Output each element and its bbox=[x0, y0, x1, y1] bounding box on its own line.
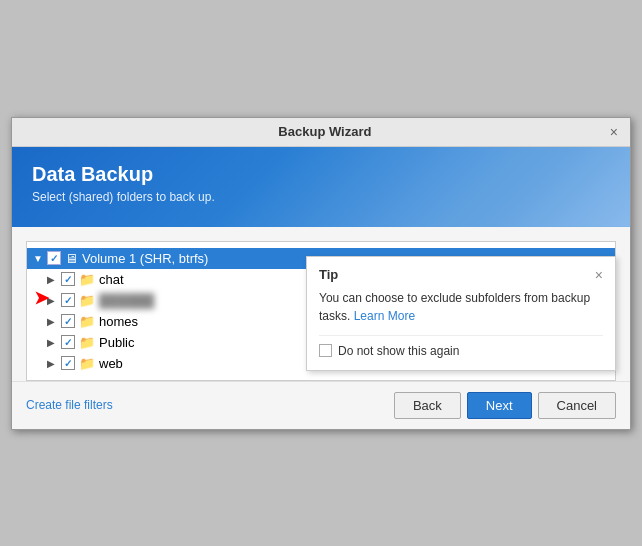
bottom-bar: Create file filters Back Next Cancel bbox=[12, 381, 630, 429]
tip-popup: Tip × You can choose to exclude subfolde… bbox=[306, 256, 616, 371]
page-subtitle: Select (shared) folders to back up. bbox=[32, 190, 610, 204]
tip-body: You can choose to exclude subfolders fro… bbox=[319, 289, 603, 325]
folder-icon-chat: 📁 bbox=[79, 272, 95, 287]
checkbox-public[interactable] bbox=[61, 335, 75, 349]
folder-name-chat: chat bbox=[99, 272, 124, 287]
tip-title: Tip bbox=[319, 267, 338, 282]
red-arrow-indicator: ➤ bbox=[34, 287, 49, 309]
no-show-checkbox[interactable] bbox=[319, 344, 332, 357]
next-button[interactable]: Next bbox=[467, 392, 532, 419]
folder-name-public: Public bbox=[99, 335, 134, 350]
checkbox-homes[interactable] bbox=[61, 314, 75, 328]
expand-arrow-chat: ▶ bbox=[47, 274, 61, 285]
volume-checkbox[interactable] bbox=[47, 251, 61, 265]
no-show-label: Do not show this again bbox=[338, 344, 459, 358]
learn-more-link[interactable]: Learn More bbox=[354, 309, 415, 323]
header-area: Data Backup Select (shared) folders to b… bbox=[12, 147, 630, 227]
folder-name-blurred: ██████ bbox=[99, 293, 154, 308]
content-area: ➤ ▼ 🖥 Volume 1 (SHR, btrfs) ▶ 📁 chat ▶ bbox=[12, 227, 630, 381]
expand-arrow-public: ▶ bbox=[47, 337, 61, 348]
expand-arrow: ▼ bbox=[33, 253, 47, 264]
folder-icon-blurred: 📁 bbox=[79, 293, 95, 308]
folder-icon-web: 📁 bbox=[79, 356, 95, 371]
backup-wizard-window: Backup Wizard × Data Backup Select (shar… bbox=[11, 117, 631, 430]
create-file-filters-link[interactable]: Create file filters bbox=[26, 398, 113, 412]
expand-arrow-blurred: ▶ bbox=[47, 295, 61, 306]
expand-arrow-homes: ▶ bbox=[47, 316, 61, 327]
bottom-buttons: Back Next Cancel bbox=[394, 392, 616, 419]
folder-icon-public: 📁 bbox=[79, 335, 95, 350]
tip-close-button[interactable]: × bbox=[595, 267, 603, 283]
tip-header: Tip × bbox=[319, 267, 603, 283]
title-bar: Backup Wizard × bbox=[12, 118, 630, 147]
expand-arrow-web: ▶ bbox=[47, 358, 61, 369]
cancel-button[interactable]: Cancel bbox=[538, 392, 616, 419]
window-title: Backup Wizard bbox=[42, 124, 608, 139]
volume-label: Volume 1 (SHR, btrfs) bbox=[82, 251, 208, 266]
volume-icon: 🖥 bbox=[65, 251, 78, 266]
window-close-button[interactable]: × bbox=[608, 124, 620, 140]
back-button[interactable]: Back bbox=[394, 392, 461, 419]
folder-icon-homes: 📁 bbox=[79, 314, 95, 329]
folder-name-web: web bbox=[99, 356, 123, 371]
folder-name-homes: homes bbox=[99, 314, 138, 329]
tip-footer: Do not show this again bbox=[319, 335, 603, 358]
checkbox-web[interactable] bbox=[61, 356, 75, 370]
page-title: Data Backup bbox=[32, 163, 610, 186]
checkbox-chat[interactable] bbox=[61, 272, 75, 286]
checkbox-blurred[interactable] bbox=[61, 293, 75, 307]
